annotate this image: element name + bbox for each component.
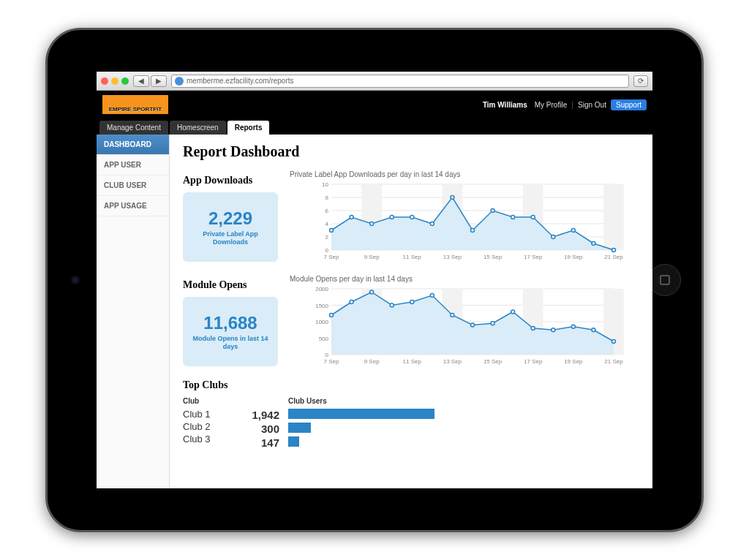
svg-text:7 Sep: 7 Sep: [324, 358, 339, 365]
opens-label: Module Opens in last 14 days: [187, 335, 274, 351]
svg-point-16: [330, 229, 334, 232]
svg-rect-15: [603, 184, 624, 250]
opens-title: Module Opens: [183, 279, 278, 291]
club-bar: [288, 423, 311, 433]
svg-point-24: [491, 209, 494, 213]
svg-text:500: 500: [319, 336, 329, 342]
svg-text:11 Sep: 11 Sep: [403, 358, 422, 365]
svg-point-63: [531, 327, 535, 330]
svg-point-23: [471, 229, 475, 232]
svg-point-56: [390, 303, 394, 307]
svg-text:21 Sep: 21 Sep: [604, 358, 623, 365]
svg-point-19: [390, 216, 394, 219]
svg-point-62: [511, 310, 515, 314]
tab-manage-content[interactable]: Manage Content: [99, 121, 168, 135]
sidebar-item-app-user[interactable]: APP USER: [97, 155, 169, 175]
close-icon[interactable]: [101, 77, 108, 85]
support-button[interactable]: Support: [611, 99, 647, 110]
top-clubs-title: Top Clubs: [183, 379, 639, 391]
svg-point-53: [330, 314, 334, 317]
opens-value: 11,688: [203, 313, 257, 333]
reload-button[interactable]: ⟳: [633, 75, 648, 87]
svg-text:13 Sep: 13 Sep: [443, 254, 462, 260]
sign-out-link[interactable]: Sign Out: [578, 101, 606, 109]
svg-point-17: [350, 216, 353, 219]
club-name: Club 2: [183, 420, 227, 433]
svg-text:7 Sep: 7 Sep: [324, 254, 339, 260]
downloads-label: Private Label App Downloads: [187, 230, 274, 246]
club-name: Club 1: [183, 408, 227, 420]
sidebar-item-club-user[interactable]: CLUB USER: [97, 175, 169, 196]
current-user: Tim Williams: [483, 101, 527, 109]
svg-point-57: [410, 300, 414, 304]
svg-text:6: 6: [325, 208, 329, 214]
svg-text:10: 10: [322, 181, 328, 188]
svg-point-27: [552, 235, 555, 239]
svg-text:15 Sep: 15 Sep: [483, 358, 503, 365]
svg-point-65: [571, 325, 575, 328]
app-header: EMPIRE SPORTFIT Tim Williams My Profile …: [97, 91, 652, 118]
svg-text:1500: 1500: [315, 303, 328, 309]
svg-point-25: [511, 216, 515, 219]
sidebar-item-dashboard[interactable]: DASHBOARD: [97, 135, 169, 155]
club-bar: [288, 436, 299, 447]
svg-text:9 Sep: 9 Sep: [364, 254, 380, 260]
sidebar: DASHBOARD APP USER CLUB USER APP USAGE: [97, 135, 170, 488]
club-name: Club 3: [183, 433, 227, 445]
downloads-chart-title: Private Label App Downloads per day in l…: [290, 170, 639, 178]
svg-text:19 Sep: 19 Sep: [564, 254, 583, 260]
svg-text:4: 4: [325, 221, 329, 227]
svg-text:15 Sep: 15 Sep: [483, 254, 503, 260]
svg-text:21 Sep: 21 Sep: [604, 254, 623, 260]
svg-point-29: [592, 242, 595, 246]
svg-point-21: [430, 222, 434, 226]
svg-text:17 Sep: 17 Sep: [524, 358, 543, 365]
svg-text:19 Sep: 19 Sep: [564, 358, 583, 365]
content: Report Dashboard App Downloads 2,229 Pri…: [170, 135, 652, 488]
svg-text:17 Sep: 17 Sep: [524, 254, 543, 260]
svg-text:11 Sep: 11 Sep: [403, 254, 422, 260]
minimize-icon[interactable]: [111, 77, 118, 85]
svg-point-18: [370, 222, 374, 226]
svg-text:9 Sep: 9 Sep: [364, 358, 380, 365]
svg-point-60: [471, 323, 475, 327]
tablet-frame: ◀ ▶ memberme.ezfacility.com/reports ⟳ EM…: [45, 28, 704, 532]
svg-point-30: [612, 249, 616, 252]
svg-point-22: [451, 196, 454, 200]
svg-text:8: 8: [325, 194, 329, 201]
opens-chart-title: Module Opens per day in last 14 days: [290, 275, 639, 283]
camera-icon: [71, 276, 80, 284]
home-button[interactable]: [649, 264, 681, 296]
browser-chrome: ◀ ▶ memberme.ezfacility.com/reports ⟳: [97, 72, 652, 91]
tab-reports[interactable]: Reports: [227, 121, 270, 135]
opens-chart: Module Opens per day in last 14 days 050…: [290, 275, 639, 366]
club-bar: [288, 409, 434, 419]
col-club: Club: [183, 397, 227, 405]
svg-point-61: [491, 322, 494, 325]
my-profile-link[interactable]: My Profile: [535, 101, 567, 109]
svg-text:0: 0: [325, 247, 329, 254]
sidebar-item-app-usage[interactable]: APP USAGE: [97, 196, 169, 216]
svg-point-55: [370, 290, 374, 294]
club-users: 300: [236, 422, 279, 436]
url-bar[interactable]: memberme.ezfacility.com/reports: [171, 75, 629, 88]
back-button[interactable]: ◀: [133, 75, 149, 87]
col-club-users: Club Users: [288, 397, 639, 405]
screen: ◀ ▶ memberme.ezfacility.com/reports ⟳ EM…: [97, 72, 652, 488]
svg-point-20: [410, 216, 414, 219]
svg-text:1000: 1000: [315, 319, 328, 325]
svg-point-26: [531, 216, 535, 219]
url-text: memberme.ezfacility.com/reports: [187, 77, 294, 85]
club-users: 1,942: [236, 408, 279, 422]
downloads-title: App Downloads: [183, 175, 278, 186]
svg-text:2000: 2000: [315, 286, 328, 292]
globe-icon: [175, 77, 184, 86]
downloads-value: 2,229: [208, 208, 252, 229]
tab-homescreen[interactable]: Homescreen: [170, 121, 226, 135]
brand-logo[interactable]: EMPIRE SPORTFIT: [102, 95, 168, 114]
svg-text:2: 2: [325, 234, 329, 241]
maximize-icon[interactable]: [121, 77, 129, 85]
downloads-tile: 2,229 Private Label App Downloads: [183, 192, 278, 262]
club-users: 147: [236, 436, 279, 450]
forward-button[interactable]: ▶: [151, 75, 167, 87]
